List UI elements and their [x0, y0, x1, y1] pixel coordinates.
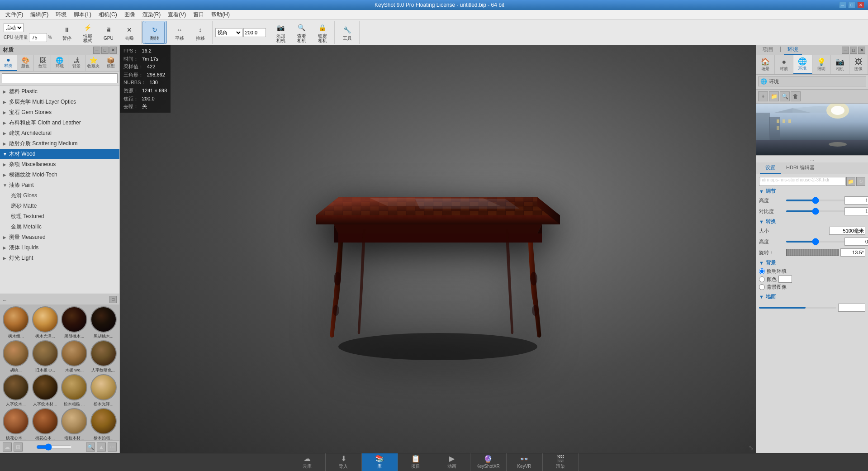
bg-radio-image-input[interactable]: [759, 284, 765, 290]
env-subtab-scene[interactable]: 🏠 场景: [756, 55, 775, 74]
thumb-peach[interactable]: 胡桃...: [2, 340, 30, 373]
render-button[interactable]: ↻ 翻转: [145, 22, 165, 43]
rp-resize-btn[interactable]: □: [850, 47, 857, 54]
ground-value[interactable]: [838, 304, 865, 312]
panel-minimize-btn[interactable]: ─: [93, 47, 100, 54]
bottom-tab-animation[interactable]: ▶ 动画: [434, 453, 470, 471]
up-btn[interactable]: ▲: [97, 442, 106, 452]
thumb-maple1[interactable]: 枫木组...: [2, 306, 30, 339]
thumb-oldwood[interactable]: 旧木板 O...: [31, 340, 60, 373]
mode-button[interactable]: ⚡ 性能模式: [78, 22, 98, 43]
bg-radio-lighting-input[interactable]: [759, 268, 765, 274]
angle-input[interactable]: [243, 28, 266, 37]
close-button[interactable]: ✕: [857, 2, 864, 8]
view-select[interactable]: 视角: [215, 28, 242, 37]
search-input[interactable]: [2, 73, 118, 83]
tree-metallic[interactable]: 金属 Metallic: [0, 222, 119, 232]
tree-misc-header[interactable]: ▶ 杂项 Miscellaneous: [0, 159, 119, 170]
gpu-button[interactable]: 🖥 GPU: [99, 22, 119, 43]
view-camera-button[interactable]: 🔍 查看相机: [292, 22, 312, 43]
bottom-tab-keyxr[interactable]: 🔮 KeyShotXR: [470, 453, 507, 471]
settings-tab-settings[interactable]: 设置: [760, 162, 781, 174]
thumb-granulate[interactable]: 培粒木材...: [60, 408, 89, 440]
file-browse-btn[interactable]: 📁: [846, 177, 855, 186]
thumb-pine-coarse[interactable]: 松木粗糙 ...: [60, 374, 89, 407]
bg-color-swatch[interactable]: [778, 276, 792, 283]
pause-button[interactable]: ⏸ 暂停: [57, 22, 77, 43]
tab-favorites[interactable]: ⭐ 收藏夹: [85, 55, 103, 71]
tree-moldtech-header[interactable]: ▶ 模德纹纹 Mold-Tech: [0, 170, 119, 180]
cloud-btn[interactable]: ☁: [3, 442, 12, 452]
rp-minimize-btn[interactable]: ─: [842, 47, 849, 54]
add-camera-button[interactable]: 📷 添加相机: [271, 22, 291, 43]
thumb-expand-btn[interactable]: □: [109, 296, 117, 303]
rotation-value[interactable]: [840, 248, 865, 257]
tree-light-header[interactable]: ▶ 灯光 Light: [0, 253, 119, 263]
panel-close-btn[interactable]: ✕: [109, 47, 117, 54]
thumb-cherry2[interactable]: 桃花心木...: [31, 408, 60, 440]
bottom-tab-import[interactable]: ⬇ 导入: [326, 453, 362, 471]
maximize-button[interactable]: □: [848, 2, 855, 8]
size-value[interactable]: [829, 227, 865, 235]
menu-env[interactable]: 环境: [52, 10, 70, 19]
cpu-input[interactable]: [29, 33, 47, 42]
brightness-value[interactable]: [844, 196, 868, 205]
tab-background[interactable]: 🏞 背景: [68, 55, 85, 71]
thumb-cherry1[interactable]: 桃花心木...: [2, 408, 30, 440]
bg-radio-color-input[interactable]: [759, 276, 765, 282]
grid-btn[interactable]: ⊞: [14, 442, 23, 452]
menu-script[interactable]: 脚本(L): [70, 10, 95, 19]
thumb-herring1[interactable]: 人字纹暗色...: [90, 340, 118, 373]
thumb-herring3[interactable]: 人字纹木材...: [31, 374, 60, 407]
bottom-tab-render[interactable]: 🎬 渲染: [543, 453, 579, 471]
tab-color[interactable]: 🎨 颜色: [17, 55, 34, 71]
thumb-maple2[interactable]: 枫木光泽...: [31, 306, 60, 339]
menu-window[interactable]: 窗口: [190, 10, 208, 19]
thumb-wood3[interactable]: 木板 Wo...: [60, 340, 89, 373]
height-slider[interactable]: [786, 241, 844, 243]
tab-texture[interactable]: 🖼 纹理: [34, 55, 51, 71]
env-subtab-image[interactable]: 🖼 图像: [849, 55, 868, 74]
file-refresh-btn[interactable]: ↻: [856, 177, 865, 186]
contrast-slider[interactable]: [786, 210, 844, 212]
tree-liquids-header[interactable]: ▶ 液体 Liquids: [0, 243, 119, 253]
brightness-slider[interactable]: [786, 200, 844, 201]
rp-tab-env[interactable]: 环境: [784, 45, 802, 55]
viewport[interactable]: FPS： 16.2 时间： 7m 17s 采样值： 422 三角形： 298,6…: [120, 45, 756, 453]
thumb-walnut1[interactable]: 黑胡桃木...: [60, 306, 89, 339]
rp-tab-project[interactable]: 项目: [759, 45, 777, 55]
thumb-walnut2[interactable]: 黑胡桃木...: [90, 306, 118, 339]
env-list-item[interactable]: 🌐 环境: [758, 76, 866, 86]
thumb-pine-light[interactable]: 松木光泽...: [90, 374, 118, 407]
menu-edit[interactable]: 编辑(E): [27, 10, 52, 19]
env-subtab-lighting[interactable]: 💡 照明: [812, 55, 831, 74]
tree-wood-header[interactable]: ▼ 木材 Wood: [0, 149, 119, 159]
start-select[interactable]: 启动: [4, 23, 24, 32]
menu-image[interactable]: 图像: [121, 10, 139, 19]
minimize-button[interactable]: ─: [839, 2, 846, 8]
menu-help[interactable]: 帮助(H): [208, 10, 233, 19]
bottom-tab-keyvr[interactable]: 👓 KeyVR: [507, 453, 543, 471]
env-folder-btn[interactable]: 📁: [769, 91, 779, 101]
tree-cloth-header[interactable]: ▶ 布料和皮革 Cloth and Leather: [0, 118, 119, 128]
bottom-tab-library[interactable]: ☁ 云库: [289, 453, 326, 471]
tree-textured[interactable]: 纹理 Textured: [0, 211, 119, 222]
env-add-btn[interactable]: +: [758, 91, 768, 101]
tree-architectural-header[interactable]: ▶ 建筑 Architectural: [0, 128, 119, 138]
env-delete-btn[interactable]: 🗑: [791, 91, 801, 101]
env-subtab-material[interactable]: ● 材质: [775, 55, 793, 74]
tree-paint-header[interactable]: ▼ 油漆 Paint: [0, 180, 119, 190]
settings-tab-hdri[interactable]: HDRI 编辑器: [781, 162, 820, 174]
rp-close-btn[interactable]: ✕: [858, 47, 865, 54]
tree-plastic-header[interactable]: ▶ 塑料 Plastic: [0, 86, 119, 97]
thumb-herring2[interactable]: 人字纹木...: [2, 374, 30, 407]
env-subtab-camera[interactable]: 📷 相机: [831, 55, 849, 74]
tab-model[interactable]: 📦 模型: [102, 55, 119, 71]
contrast-value[interactable]: [844, 207, 868, 215]
bottom-tab-lib[interactable]: 📚 库: [362, 453, 398, 471]
tab-environment[interactable]: 🌐 环境: [51, 55, 68, 71]
bottom-tab-project[interactable]: 📋 项目: [398, 453, 434, 471]
size-slider[interactable]: [36, 443, 72, 451]
cancel-button[interactable]: ✕ 去噪: [119, 22, 139, 43]
tree-matte[interactable]: 磨砂 Matte: [0, 201, 119, 211]
